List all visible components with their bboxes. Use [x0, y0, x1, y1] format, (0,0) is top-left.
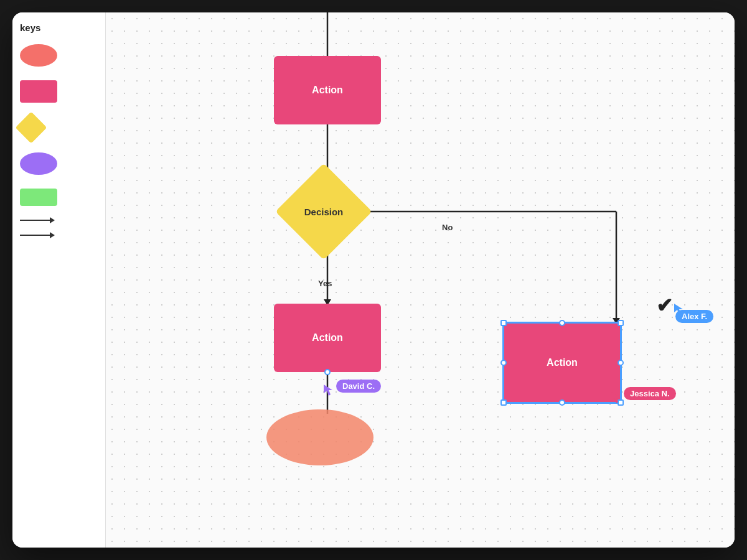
action-right-node[interactable]: Action: [503, 322, 621, 403]
arrow-item-2[interactable]: [20, 235, 98, 236]
handle-left[interactable]: [500, 360, 507, 366]
svg-marker-10: [611, 392, 620, 403]
arrow-line-1: [20, 220, 51, 221]
rect-pink-shape: [20, 80, 57, 103]
yes-label: Yes: [318, 279, 332, 288]
handle-tr[interactable]: [618, 320, 624, 326]
shape-oval-purple[interactable]: [20, 152, 98, 175]
oval-pink-shape: [20, 44, 57, 67]
handle-bottom[interactable]: [559, 399, 565, 406]
svg-marker-11: [324, 385, 332, 396]
app-window: keys: [12, 12, 735, 548]
handle-bl[interactable]: [500, 399, 507, 406]
handle-top[interactable]: [559, 320, 565, 326]
oval-purple-shape: [20, 152, 57, 175]
shape-rect-green[interactable]: [20, 189, 98, 206]
cursor-alex: ✔ Alex F.: [656, 294, 713, 323]
action-mid-node[interactable]: Action: [274, 304, 381, 372]
shape-rect-pink[interactable]: [20, 80, 98, 103]
decision-node[interactable]: [275, 163, 372, 260]
shape-palette: [20, 44, 98, 236]
rect-green-shape: [20, 189, 57, 206]
no-label: No: [442, 223, 453, 232]
diamond-yellow-shape: [16, 112, 47, 144]
arrow-line-2: [20, 235, 51, 236]
action-top-node[interactable]: Action: [274, 56, 381, 124]
sidebar: keys: [12, 12, 106, 548]
jessica-label: Jessica N.: [624, 387, 676, 400]
jessica-cursor-icon: [611, 392, 622, 403]
arrow-item-1[interactable]: [20, 220, 98, 221]
alex-label: Alex F.: [675, 310, 713, 323]
shape-diamond-yellow[interactable]: [20, 116, 98, 139]
oval-node[interactable]: [266, 409, 374, 465]
canvas-area[interactable]: Action Decision Yes No Action Action: [106, 12, 735, 548]
handle-right[interactable]: [618, 360, 624, 366]
action-mid-bottom-handle[interactable]: [324, 369, 331, 375]
shape-oval-pink[interactable]: [20, 44, 98, 67]
david-label: David C.: [336, 380, 381, 393]
cursor-david: David C.: [324, 385, 381, 396]
connector-svg: [106, 12, 735, 548]
checkmark-icon: ✔: [656, 294, 673, 317]
cursor-jessica: Jessica N.: [611, 392, 676, 403]
handle-tl[interactable]: [500, 320, 507, 326]
sidebar-title: keys: [20, 22, 98, 33]
david-cursor-icon: [324, 385, 335, 396]
